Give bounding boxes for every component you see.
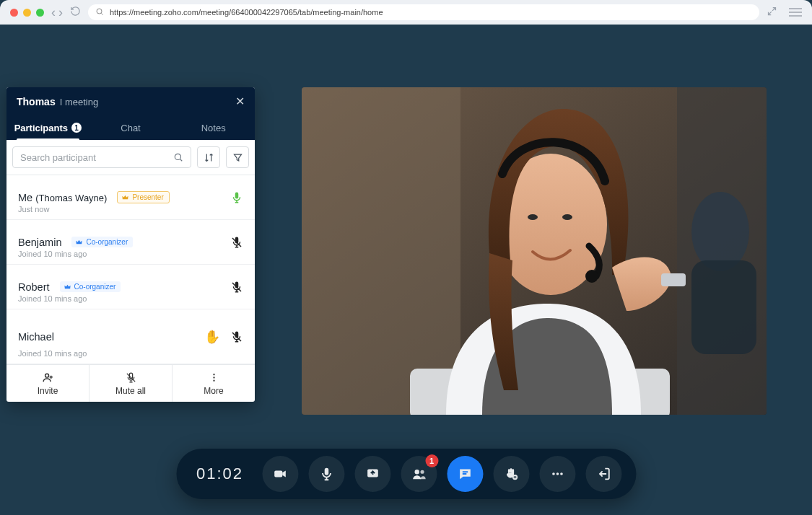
microphone-button[interactable] — [308, 456, 344, 492]
svg-rect-22 — [274, 470, 282, 477]
join-time: Joined 10 mins ago — [18, 294, 87, 303]
svg-point-27 — [512, 475, 517, 480]
more-icon — [208, 371, 220, 384]
participant-row[interactable]: Me (Thomas Wayne) Presenter Just now — [6, 175, 255, 220]
svg-point-25 — [414, 470, 419, 474]
crown-icon — [64, 283, 71, 291]
participant-name: Benjamin — [18, 237, 61, 248]
url-bar[interactable]: https://meeting.zoho.com/meeting/6640000… — [88, 4, 759, 20]
search-input[interactable] — [20, 152, 173, 163]
chat-button[interactable] — [447, 456, 483, 492]
sort-button[interactable] — [197, 146, 220, 168]
forward-button[interactable]: › — [58, 5, 63, 20]
filter-button[interactable] — [226, 146, 249, 168]
participant-list: Me (Thomas Wayne) Presenter Just now Ben… — [6, 175, 255, 364]
svg-rect-2 — [235, 192, 239, 198]
svg-point-30 — [560, 472, 563, 475]
participant-row[interactable]: Michael ✋ Joined 10 mins ago — [6, 309, 255, 364]
crown-icon — [75, 238, 83, 246]
participant-row[interactable]: Benjamin Co-organizer Joined 10 mins ago — [6, 220, 255, 265]
tab-label: Participants — [14, 123, 68, 133]
refresh-button[interactable] — [70, 6, 81, 19]
svg-point-10 — [213, 379, 214, 381]
svg-rect-19 — [661, 273, 686, 286]
search-icon — [95, 6, 104, 19]
share-screen-icon — [364, 466, 380, 482]
svg-point-20 — [691, 192, 749, 271]
svg-point-29 — [556, 472, 559, 475]
browser-chrome: ‹ › https://meeting.zoho.com/meeting/664… — [0, 0, 812, 25]
close-window-icon[interactable] — [10, 9, 18, 17]
presenter-badge: Presenter — [117, 191, 169, 203]
mute-all-button[interactable]: Mute all — [90, 365, 173, 402]
menu-icon[interactable] — [789, 8, 802, 17]
coorganizer-badge: Co-organizer — [71, 237, 133, 247]
minimize-window-icon[interactable] — [23, 9, 31, 17]
svg-point-1 — [175, 154, 180, 159]
camera-button[interactable] — [262, 456, 298, 492]
back-button[interactable]: ‹ — [51, 5, 56, 20]
meeting-timer: 01:02 — [196, 465, 243, 483]
svg-rect-23 — [324, 468, 328, 475]
ellipsis-icon — [549, 466, 565, 482]
expand-icon[interactable] — [767, 6, 777, 19]
nav-arrows: ‹ › — [51, 5, 63, 20]
chat-icon — [457, 466, 473, 482]
tab-chat[interactable]: Chat — [90, 115, 173, 140]
tab-participants[interactable]: Participants 1 — [6, 115, 90, 140]
participant-name: Me (Thomas Wayne) — [18, 192, 107, 203]
search-participant-box[interactable] — [12, 146, 191, 168]
participants-panel: Thomas I meeting ✕ Participants 1 Chat N… — [6, 87, 255, 402]
raised-hand-icon: ✋ — [204, 329, 220, 345]
crown-icon — [121, 193, 129, 201]
join-time: Joined 10 mins ago — [18, 349, 87, 358]
notification-badge: 1 — [425, 454, 438, 467]
mute-all-icon — [125, 371, 137, 384]
mic-muted-icon[interactable] — [230, 279, 243, 295]
window-controls — [10, 9, 44, 17]
presenter-video[interactable] — [302, 87, 767, 415]
meeting-title: I meeting — [60, 97, 98, 107]
join-time: Just now — [18, 205, 49, 214]
svg-point-16 — [585, 270, 598, 283]
maximize-window-icon[interactable] — [36, 9, 44, 17]
participants-button[interactable]: 1 — [401, 456, 437, 492]
participant-row[interactable]: Robert Co-organizer Joined 10 mins ago — [6, 265, 255, 309]
meeting-owner: Thomas — [17, 96, 56, 107]
invite-button[interactable]: Invite — [6, 365, 90, 402]
participants-count-badge: 1 — [71, 123, 82, 133]
svg-point-26 — [420, 470, 424, 474]
svg-rect-21 — [691, 260, 756, 354]
participants-icon — [411, 466, 427, 482]
search-icon — [173, 152, 183, 162]
join-time: Joined 10 mins ago — [18, 250, 87, 258]
microphone-icon — [318, 466, 334, 482]
camera-icon — [272, 466, 288, 482]
svg-rect-12 — [302, 87, 460, 415]
share-screen-button[interactable] — [354, 456, 390, 492]
reactions-button[interactable] — [493, 456, 529, 492]
svg-point-6 — [45, 374, 48, 377]
meeting-toolbar: 01:02 1 — [176, 449, 636, 499]
coorganizer-badge: Co-organizer — [60, 281, 121, 292]
svg-point-8 — [213, 374, 214, 375]
svg-point-18 — [562, 214, 572, 220]
exit-icon — [595, 466, 611, 482]
participant-name: Michael — [18, 331, 54, 343]
svg-point-0 — [97, 9, 102, 14]
svg-point-9 — [213, 377, 214, 378]
mic-muted-icon[interactable] — [230, 329, 243, 345]
mic-on-icon[interactable] — [230, 190, 243, 206]
leave-meeting-button[interactable] — [585, 456, 621, 492]
wave-emoji-icon — [503, 466, 519, 482]
url-text: https://meeting.zoho.com/meeting/6640000… — [110, 8, 383, 17]
panel-tabs: Participants 1 Chat Notes — [6, 115, 255, 140]
close-panel-button[interactable]: ✕ — [235, 94, 245, 108]
panel-header: Thomas I meeting ✕ — [6, 87, 255, 115]
tab-notes[interactable]: Notes — [172, 115, 255, 140]
more-button[interactable]: More — [173, 365, 255, 402]
more-options-button[interactable] — [539, 456, 575, 492]
invite-icon — [42, 371, 54, 384]
mic-muted-icon[interactable] — [230, 234, 243, 250]
svg-point-17 — [528, 214, 538, 220]
